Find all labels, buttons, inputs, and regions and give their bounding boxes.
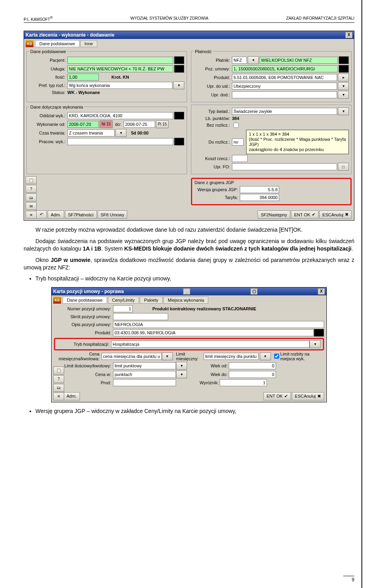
poz-umowy-picker[interactable] xyxy=(339,65,349,73)
produkt-input[interactable] xyxy=(232,74,337,81)
pacjent-input[interactable] xyxy=(67,57,173,64)
platnik-code-dropdown[interactable] xyxy=(248,56,259,64)
sf7-platnosci-button[interactable]: SF7Płatności xyxy=(65,210,97,219)
usluga-input[interactable] xyxy=(67,65,173,72)
opis-input[interactable] xyxy=(113,321,324,328)
wiek-od-input[interactable] xyxy=(229,362,276,369)
usluga-label: Usługa: xyxy=(29,66,67,71)
produkt2-label: Produkt: xyxy=(54,330,113,335)
prod2-input[interactable] xyxy=(113,379,176,386)
bullet-list: Tryb hospitalizacji – widoczny na Karcie… xyxy=(35,275,354,282)
tab2-ceny-limity[interactable]: Ceny/Limity xyxy=(108,297,139,304)
upr-dod-dropdown[interactable] xyxy=(338,91,349,99)
tab2-miejsca[interactable]: Miejsca wykonania xyxy=(163,297,208,304)
side2-card-icon[interactable]: 🗂 xyxy=(53,384,64,392)
close-button2[interactable]: X xyxy=(318,288,325,295)
do-rozlicz-input[interactable] xyxy=(232,138,244,146)
titlebar: Karta zlecenia - wykonanie - dodawanie X xyxy=(24,31,354,39)
side-close-icon[interactable]: ✕ xyxy=(26,211,37,219)
side-card-icon[interactable]: 🗂 xyxy=(26,194,37,201)
czas-dropdown[interactable] xyxy=(115,129,126,137)
tab-inne[interactable]: Inne xyxy=(80,40,97,47)
produkt-picker[interactable] xyxy=(338,74,349,81)
numer-input[interactable] xyxy=(113,305,133,312)
para1: W razie potrzeby można wprowadzić dodatk… xyxy=(24,226,354,234)
esc-anuluj-button[interactable]: ESCAnuluj ✖ xyxy=(319,210,352,219)
limit-mies-input[interactable] xyxy=(204,353,259,360)
produkt2-picker[interactable] xyxy=(314,329,324,337)
wyk-do-day-button[interactable]: Pi 15 xyxy=(156,120,169,128)
max-button[interactable]: ▢ xyxy=(250,288,258,295)
pracow-picker[interactable] xyxy=(174,138,184,146)
wyk-od-input[interactable] xyxy=(67,121,99,128)
side2-close-icon[interactable]: ✕ xyxy=(53,393,64,400)
cena-w-input[interactable] xyxy=(113,371,176,378)
produkt2-input[interactable] xyxy=(113,329,314,336)
cena-mies-dropdown[interactable] xyxy=(162,352,173,360)
sf2-nastepny-button[interactable]: SF2Następny xyxy=(258,210,290,219)
esc-anuluj-button2[interactable]: ESCAnuluj ✖ xyxy=(292,392,324,400)
cena-mies-input[interactable] xyxy=(102,353,162,360)
bez-rozlicz-checkbox[interactable] xyxy=(233,123,239,128)
pracow-input[interactable] xyxy=(67,138,173,145)
koszt-input[interactable] xyxy=(232,155,248,162)
wiek-od-label: Wiek od: xyxy=(211,363,228,368)
limit-mies-dropdown[interactable] xyxy=(260,352,271,360)
adm-button2[interactable]: Adm. xyxy=(63,392,80,400)
wiek-do-input[interactable] xyxy=(229,371,276,378)
tryb-dropdown[interactable] xyxy=(309,340,321,348)
ilosc-input[interactable] xyxy=(67,74,99,81)
wyk-do-input[interactable] xyxy=(124,121,155,128)
wyroznik-input[interactable] xyxy=(220,379,267,386)
upr-dod-input[interactable] xyxy=(232,91,337,98)
pacjent-picker-button[interactable] xyxy=(174,56,184,64)
upr-label: Upr. do usł.: xyxy=(194,84,232,88)
wersja-input[interactable] xyxy=(240,186,279,193)
min-button[interactable]: _ xyxy=(183,288,190,295)
typ-swiad-dropdown[interactable] xyxy=(338,107,349,115)
produkt-label: Produkt: xyxy=(194,75,232,80)
skrot-input[interactable] xyxy=(113,313,168,320)
bez-rozlicz-label: Bez rozlicz.: xyxy=(194,123,232,127)
tab2-dane-podstawowe[interactable]: Dane podstawowe xyxy=(63,297,107,304)
cena-w-dropdown[interactable] xyxy=(176,370,187,378)
sf8-umowy-button[interactable]: SF8 Umowy xyxy=(98,210,128,219)
upr-fo-input[interactable] xyxy=(232,163,337,170)
oddzial-picker[interactable] xyxy=(174,112,184,120)
side-help-icon[interactable]: ? xyxy=(26,185,37,193)
limit-il-dropdown[interactable] xyxy=(176,362,187,370)
side-copy-icon[interactable]: 📋 xyxy=(26,176,37,184)
wyk-od-day-button[interactable]: Ni 15 xyxy=(100,120,113,128)
ent-ok-button[interactable]: ENT OK ✔ xyxy=(291,210,319,219)
upr-input[interactable] xyxy=(232,83,337,90)
side2-help-icon[interactable]: ? xyxy=(53,375,64,383)
doc-header-right: AKŁAD INFORMATYZACJI SZPITALI xyxy=(289,16,354,20)
czas-select[interactable] xyxy=(67,129,115,136)
check-icon2: ✔ xyxy=(284,394,288,399)
usluga-picker-button[interactable] xyxy=(174,65,184,73)
taryfa-input[interactable] xyxy=(240,194,279,201)
heading-stacjonarnie: Produkt kontraktowy realizowany STACJONA… xyxy=(152,306,324,311)
oddzial-input[interactable] xyxy=(67,112,173,119)
upr-dropdown[interactable] xyxy=(338,82,349,90)
pref-dropdown-icon[interactable] xyxy=(173,81,184,89)
ent-ok-button2[interactable]: ENT OK ✔ xyxy=(263,392,291,400)
tab-dane-podstawowe[interactable]: Dane podstawowe xyxy=(35,40,80,47)
limit-rozb-checkbox[interactable] xyxy=(274,354,279,359)
typ-swiad-input[interactable] xyxy=(232,108,337,115)
side-mail-icon[interactable]: ✉ xyxy=(26,202,37,210)
pref-select[interactable] xyxy=(67,82,172,89)
side2-copy-icon[interactable]: 📋 xyxy=(53,367,64,374)
platnik-name-input[interactable] xyxy=(259,57,338,64)
platnik-code-input[interactable] xyxy=(232,57,247,64)
platnik-picker-button[interactable] xyxy=(339,56,349,64)
adm-button[interactable]: Adm. xyxy=(48,210,64,219)
poz-umowy-input[interactable] xyxy=(232,65,338,72)
limit-il-input[interactable] xyxy=(113,362,176,369)
tryb-input[interactable] xyxy=(111,341,309,348)
tab2-pakiety[interactable]: Pakiety xyxy=(140,297,163,304)
upr-dod-label: Upr. dod.: xyxy=(194,92,232,97)
close-button[interactable]: X xyxy=(345,32,352,38)
undo-button[interactable]: ↶ xyxy=(36,210,47,219)
upr-fo-button[interactable]: □ xyxy=(338,163,349,171)
